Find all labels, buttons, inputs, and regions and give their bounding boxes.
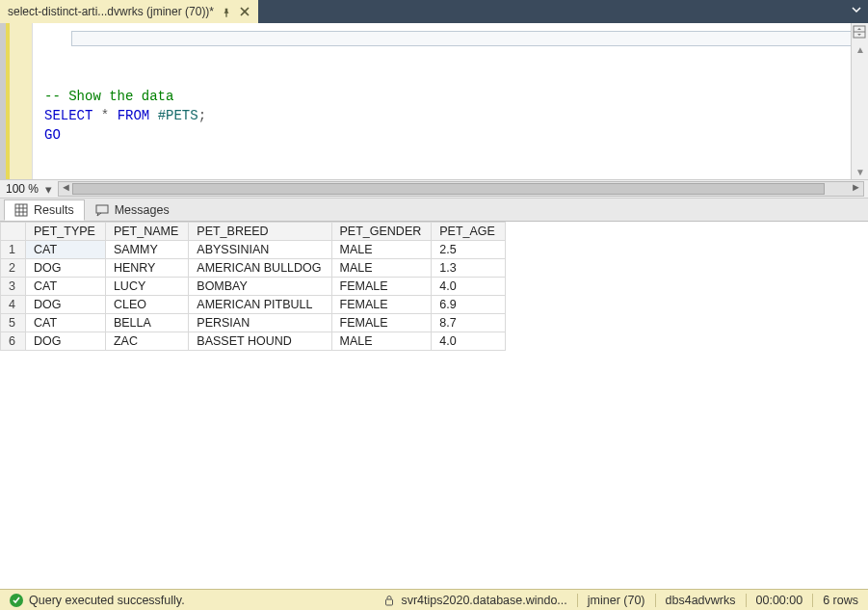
cell[interactable]: FEMALE <box>331 314 432 332</box>
status-rows: 6 rows <box>823 594 858 607</box>
pin-icon[interactable] <box>222 7 231 16</box>
document-tab-bar: select-distinct-arti...dvwrks (jminer (7… <box>0 0 868 23</box>
cell[interactable]: BELLA <box>105 314 188 332</box>
cell[interactable]: HENRY <box>105 259 188 278</box>
zoom-level: 100 % <box>0 182 42 196</box>
kw-select: SELECT <box>44 108 92 123</box>
tab-overflow-dropdown-icon[interactable] <box>851 4 862 18</box>
cell[interactable]: CAT <box>26 314 106 332</box>
table-row[interactable]: 2 DOG HENRY AMERICAN BULLDOG MALE 1.3 <box>1 259 506 278</box>
row-number[interactable]: 4 <box>1 296 26 314</box>
status-elapsed: 00:00:00 <box>756 594 803 607</box>
cell[interactable]: FEMALE <box>331 278 432 296</box>
status-bar: Query executed successfully. svr4tips202… <box>0 589 868 610</box>
tab-messages-label: Messages <box>115 203 170 217</box>
status-server: svr4tips2020.database.windo... <box>401 594 566 607</box>
svg-rect-2 <box>15 204 27 216</box>
status-message-seg: Query executed successfully. <box>0 590 195 610</box>
zoom-dropdown-icon[interactable]: ▾ <box>42 182 54 197</box>
kw-from: FROM <box>118 108 150 123</box>
results-tabstrip: Results Messages <box>0 199 868 222</box>
scrollbar-thumb[interactable] <box>72 183 825 195</box>
grid-corner[interactable] <box>1 223 26 241</box>
sql-editor[interactable]: -- Show the data SELECT * FROM #PETS; GO <box>33 23 851 179</box>
col-header-pet-breed[interactable]: PET_BREED <box>189 223 331 241</box>
success-icon <box>10 594 23 607</box>
cell[interactable]: CAT <box>26 278 106 296</box>
grid-body: 1 CAT SAMMY ABYSSINIAN MALE 2.5 2 DOG HE… <box>1 241 506 351</box>
tab-results[interactable]: Results <box>4 199 85 221</box>
cell[interactable]: AMERICAN BULLDOG <box>189 259 331 278</box>
table-row[interactable]: 6 DOG ZAC BASSET HOUND MALE 4.0 <box>1 332 506 351</box>
cell[interactable]: MALE <box>331 259 432 278</box>
col-header-pet-age[interactable]: PET_AGE <box>432 223 506 241</box>
cell[interactable]: CLEO <box>105 296 188 314</box>
kw-go: GO <box>44 127 61 143</box>
cell[interactable]: ZAC <box>105 332 188 351</box>
cell[interactable]: 4.0 <box>432 278 506 296</box>
cell[interactable]: DOG <box>26 332 106 351</box>
close-icon[interactable] <box>239 6 250 17</box>
cell[interactable]: CAT <box>26 241 106 259</box>
editor-caret-line <box>71 31 851 46</box>
sql-editor-pane: -- Show the data SELECT * FROM #PETS; GO… <box>0 23 868 179</box>
scroll-left-icon[interactable]: ◄ <box>61 181 71 193</box>
cell[interactable]: MALE <box>331 241 432 259</box>
document-tab[interactable]: select-distinct-arti...dvwrks (jminer (7… <box>0 0 258 23</box>
tab-messages[interactable]: Messages <box>85 199 180 221</box>
table-row[interactable]: 4 DOG CLEO AMERICAN PITBULL FEMALE 6.9 <box>1 296 506 314</box>
code-comment: -- Show the data <box>44 89 173 104</box>
scroll-right-icon[interactable]: ► <box>851 181 861 193</box>
code-table: #PETS <box>158 108 198 123</box>
code-star: * <box>101 108 109 123</box>
cell[interactable]: 1.3 <box>432 259 506 278</box>
row-number[interactable]: 3 <box>1 278 26 296</box>
status-elapsed-seg: 00:00:00 <box>747 590 813 610</box>
status-user-seg: jminer (70) <box>578 590 655 610</box>
status-db-seg: dbs4advwrks <box>656 590 746 610</box>
tab-results-label: Results <box>34 203 74 217</box>
row-number[interactable]: 1 <box>1 241 26 259</box>
table-row[interactable]: 5 CAT BELLA PERSIAN FEMALE 8.7 <box>1 314 506 332</box>
cell[interactable]: 4.0 <box>432 332 506 351</box>
results-grid-area[interactable]: PET_TYPE PET_NAME PET_BREED PET_GENDER P… <box>0 222 868 589</box>
cell[interactable]: AMERICAN PITBULL <box>189 296 331 314</box>
scroll-down-icon[interactable]: ▼ <box>855 167 865 177</box>
split-editor-icon[interactable] <box>853 25 866 39</box>
col-header-pet-name[interactable]: PET_NAME <box>105 223 188 241</box>
cell[interactable]: MALE <box>331 332 432 351</box>
cell[interactable]: SAMMY <box>105 241 188 259</box>
cell[interactable]: ABYSSINIAN <box>189 241 331 259</box>
col-header-pet-type[interactable]: PET_TYPE <box>26 223 106 241</box>
svg-rect-8 <box>386 599 393 605</box>
cell[interactable]: 6.9 <box>432 296 506 314</box>
cell[interactable]: FEMALE <box>331 296 432 314</box>
cell[interactable]: BASSET HOUND <box>189 332 331 351</box>
cell[interactable]: DOG <box>26 296 106 314</box>
messages-icon <box>95 203 109 217</box>
scroll-up-icon[interactable]: ▲ <box>855 44 865 55</box>
status-user: jminer (70) <box>588 594 645 607</box>
editor-horizontal-scrollbar[interactable]: ◄ ► <box>58 181 864 197</box>
table-row[interactable]: 3 CAT LUCY BOMBAY FEMALE 4.0 <box>1 278 506 296</box>
cell[interactable]: BOMBAY <box>189 278 331 296</box>
lock-icon <box>383 595 395 606</box>
editor-vertical-scrollbar[interactable]: ▲ ▼ <box>851 23 868 179</box>
grid-icon <box>14 203 28 217</box>
cell[interactable]: DOG <box>26 259 106 278</box>
row-number[interactable]: 5 <box>1 314 26 332</box>
table-row[interactable]: 1 CAT SAMMY ABYSSINIAN MALE 2.5 <box>1 241 506 259</box>
cell[interactable]: 2.5 <box>432 241 506 259</box>
cell[interactable]: PERSIAN <box>189 314 331 332</box>
results-grid: PET_TYPE PET_NAME PET_BREED PET_GENDER P… <box>0 222 506 351</box>
editor-gutter <box>6 23 33 179</box>
status-message: Query executed successfully. <box>29 594 185 607</box>
cell[interactable]: 8.7 <box>432 314 506 332</box>
status-rows-seg: 6 rows <box>813 590 868 610</box>
cell[interactable]: LUCY <box>105 278 188 296</box>
col-header-pet-gender[interactable]: PET_GENDER <box>331 223 432 241</box>
status-server-seg: svr4tips2020.database.windo... <box>374 590 576 610</box>
row-number[interactable]: 2 <box>1 259 26 278</box>
row-number[interactable]: 6 <box>1 332 26 351</box>
status-db: dbs4advwrks <box>666 594 736 607</box>
